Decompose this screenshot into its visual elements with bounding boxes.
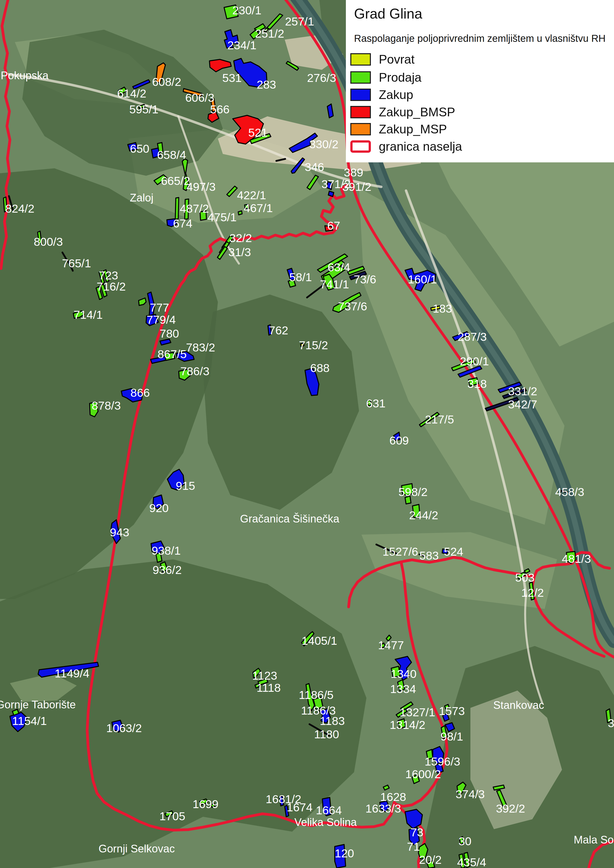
parcel-label-276/3: 276/3	[307, 71, 336, 84]
legend-subtitle: Raspolaganje poljoprivrednim zemljištem …	[354, 33, 606, 44]
parcel-label-1180: 1180	[314, 728, 339, 741]
parcel-label-58/1: 58/1	[289, 271, 312, 284]
parcel-label-487/2: 487/2	[180, 202, 209, 215]
parcel-label-1149/4: 1149/4	[55, 667, 89, 680]
parcel-label-98/1: 98/1	[440, 730, 463, 743]
parcel-label-318: 318	[467, 377, 487, 390]
parcel-label-737/6: 737/6	[338, 300, 367, 313]
parcel-label-866: 866	[130, 386, 150, 399]
parcel-label-63/4: 63/4	[327, 260, 350, 274]
parcel-label-20/2: 20/2	[419, 853, 442, 866]
parcel-label-1573: 1573	[439, 704, 465, 718]
parcel-label-783/2: 783/2	[186, 341, 215, 354]
parcel-label-609: 609	[389, 434, 409, 447]
place-label-Stankovac: Stankovac	[493, 699, 544, 711]
map-export-page: 230/1257/1251/2234/1531283276/3608/2614/…	[0, 0, 614, 868]
parcel-label-614/2: 614/2	[117, 87, 146, 100]
parcel-label-1334: 1334	[390, 682, 416, 696]
parcel-label-481/3: 481/3	[562, 552, 591, 565]
parcel-label-608/2: 608/2	[152, 75, 181, 88]
parcel-label-658/4: 658/4	[157, 148, 186, 161]
parcel-label-73: 73	[411, 826, 423, 839]
parcel-label-715/2: 715/2	[299, 339, 328, 352]
parcel-label-283: 283	[257, 78, 276, 91]
parcel-label-374/3: 374/3	[456, 787, 485, 801]
parcel-label-915: 915	[176, 479, 195, 492]
legend-label-povrat: Povrat	[379, 52, 415, 67]
parcel-label-938/1: 938/1	[152, 544, 181, 557]
parcel-label-160/1: 160/1	[408, 273, 437, 286]
parcel-label-631: 631	[366, 397, 386, 410]
parcel-label-1405/1: 1405/1	[302, 634, 337, 647]
parcel-label-330/2: 330/2	[309, 138, 338, 151]
parcel-label-1596/3: 1596/3	[425, 755, 460, 768]
parcel-label-741/1: 741/1	[320, 278, 349, 291]
place-label-Mala Solin: Mala Solin	[574, 834, 614, 846]
parcel-label-251/2: 251/2	[255, 27, 284, 40]
parcel-label-12/2: 12/2	[521, 586, 544, 599]
parcel-label-257/1: 257/1	[285, 15, 314, 28]
parcel-label-30: 30	[459, 835, 471, 848]
legend-label-bmsp: Zakup_BMSP	[379, 105, 455, 119]
parcel-label-1527/6: 1527/6	[383, 545, 418, 558]
legend-label-msp: Zakup_MSP	[379, 122, 447, 136]
parcel-label-524: 524	[444, 545, 463, 558]
parcel-label-467/1: 467/1	[243, 202, 273, 215]
parcel-391/2[interactable]	[328, 191, 334, 197]
parcel-label-936/2: 936/2	[152, 563, 182, 577]
legend-item-granica: granica naselja	[350, 140, 462, 153]
parcel-label-566: 566	[210, 103, 229, 116]
parcel-label-1633/3: 1633/3	[366, 802, 401, 815]
legend-swatch-msp	[350, 123, 371, 135]
parcel-label-244/2: 244/2	[409, 508, 438, 522]
parcel-label-32/2: 32/2	[229, 231, 252, 245]
parcel-label-606/3: 606/3	[185, 91, 214, 104]
legend-panel: Grad Glina Raspolaganje poljoprivrednim …	[346, 0, 614, 162]
parcel-label-531: 531	[222, 71, 242, 84]
parcel-label-1705: 1705	[160, 809, 185, 823]
parcel-label-583: 583	[419, 549, 439, 562]
parcel-label-1123: 1123	[252, 669, 277, 682]
place-label-Zaloj: Zaloj	[130, 192, 153, 204]
parcel-label-765/1: 765/1	[62, 257, 91, 270]
legend-item-bmsp: Zakup_BMSP	[350, 106, 455, 118]
parcel-label-1699: 1699	[192, 797, 219, 811]
legend-item-zakup: Zakup	[350, 88, 413, 101]
parcel-label-497/3: 497/3	[186, 180, 216, 193]
parcel-label-1477: 1477	[378, 639, 404, 652]
parcel-label-1664: 1664	[316, 804, 342, 817]
parcel-label-762: 762	[269, 324, 288, 337]
parcel-label-458/3: 458/3	[555, 485, 584, 499]
parcel-label-392/2: 392/2	[496, 802, 525, 815]
parcel-label-3: 3	[608, 716, 614, 730]
parcel-label-346: 346	[305, 160, 324, 174]
parcel-label-1327/1: 1327/1	[400, 706, 435, 719]
legend-label-prodaja: Prodaja	[379, 70, 422, 85]
parcel-label-31/3: 31/3	[228, 245, 251, 259]
parcel-label-824/2: 824/2	[5, 202, 34, 215]
parcel-467/1b[interactable]	[238, 211, 242, 215]
parcel-label-389: 389	[344, 166, 363, 179]
parcel-label-290/1: 290/1	[460, 355, 489, 368]
parcel-label-120: 120	[335, 847, 354, 860]
parcel-label-779/4: 779/4	[147, 313, 176, 326]
parcel-label-475/1: 475/1	[208, 211, 237, 224]
legend-label-zakup: Zakup	[379, 88, 413, 102]
parcel-487/2[interactable]	[175, 197, 179, 219]
parcel-label-1154/1: 1154/1	[12, 714, 47, 727]
legend-title: Grad Glina	[354, 5, 422, 22]
place-label-a Pokupska: a Pokupska	[0, 69, 48, 81]
parcel-label-331/2: 331/2	[508, 384, 537, 398]
parcel-label-780: 780	[160, 327, 179, 340]
parcel-label-650: 650	[130, 142, 149, 155]
parcel-label-67: 67	[327, 219, 340, 232]
legend-swatch-granica	[350, 140, 371, 153]
parcel-label-521: 521	[248, 126, 268, 139]
parcel-label-595/1: 595/1	[129, 103, 158, 116]
parcel-label-943: 943	[110, 526, 129, 539]
parcel-label-1118: 1118	[256, 681, 281, 694]
legend-item-povrat: Povrat	[350, 53, 415, 65]
place-label-Gornji Selkovac: Gornji Selkovac	[99, 843, 175, 855]
parcel-label-920: 920	[149, 501, 169, 515]
legend-swatch-zakup	[350, 88, 371, 101]
